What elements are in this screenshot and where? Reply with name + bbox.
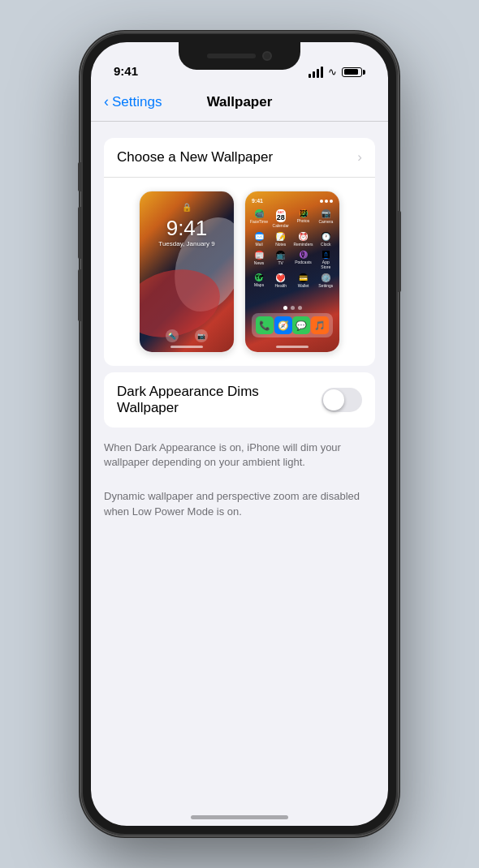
- status-icons: ∿: [309, 66, 365, 78]
- main-content: Choose a New Wallpaper › 🔒 9:41 Tuesday,…: [91, 122, 388, 826]
- app-appstore: 🅰 App Store: [317, 251, 334, 269]
- screen-content: 9:41 ∿: [91, 42, 388, 826]
- toggle-knob: [323, 389, 344, 410]
- page-title: Wallpaper: [207, 94, 273, 110]
- choose-wallpaper-card: Choose a New Wallpaper › 🔒 9:41 Tuesday,…: [104, 138, 375, 366]
- wallpaper-preview-container: 🔒 9:41 Tuesday, January 9 🔦 📷: [104, 178, 375, 366]
- homescreen-home-bar: [276, 346, 309, 348]
- back-chevron-icon: ‹: [104, 93, 109, 110]
- app-mail: ✉️ Mail: [250, 232, 268, 247]
- wifi-icon: ∿: [328, 66, 337, 78]
- chevron-right-icon: ›: [357, 149, 362, 165]
- page-dot-3: [298, 306, 302, 310]
- page-dot-1: [283, 306, 287, 310]
- phone-screen: 9:41 ∿: [91, 42, 388, 826]
- dark-appearance-info-text: When Dark Appearance is on, iPhone will …: [91, 434, 388, 473]
- flashlight-icon: 🔦: [166, 329, 179, 342]
- volume-down-button[interactable]: [78, 269, 81, 321]
- page-dots: [245, 306, 339, 310]
- app-reminders: ⏰ Reminders: [293, 232, 313, 247]
- homescreen-status-icons: [320, 198, 333, 204]
- app-news: 📰 News: [250, 251, 268, 269]
- lockscreen-time: 9:41 Tuesday, January 9: [140, 217, 234, 247]
- app-notes: 📝 Notes: [272, 232, 289, 247]
- app-podcasts: 🎙 Podcasts: [293, 251, 313, 269]
- mute-button[interactable]: [78, 162, 81, 191]
- lock-icon: 🔒: [140, 203, 234, 212]
- app-calendar: SAT 28 Calendar: [272, 209, 289, 228]
- dock-music: 🎵: [311, 316, 329, 334]
- battery-icon: [342, 67, 365, 77]
- app-maps: 🗺 Maps: [250, 273, 268, 288]
- volume-up-button[interactable]: [78, 207, 81, 259]
- back-label: Settings: [112, 94, 162, 110]
- dock-safari: 🧭: [274, 316, 292, 334]
- app-clock: 🕐 Clock: [317, 232, 334, 247]
- lockscreen-bottom-icons: 🔦 📷: [140, 329, 234, 342]
- homescreen-status-bar: 9:41: [245, 198, 339, 204]
- homescreen-preview[interactable]: 9:41 📹: [244, 191, 340, 353]
- page-dot-2: [291, 306, 295, 310]
- app-grid: 📹 FaceTime SAT 28 Calendar: [250, 209, 334, 288]
- signal-icon: [309, 67, 323, 78]
- dock-phone: 📞: [256, 316, 274, 334]
- speaker: [207, 54, 256, 58]
- dark-appearance-card: Dark Appearance Dims Wallpaper: [104, 372, 375, 428]
- navigation-bar: ‹ Settings Wallpaper: [91, 83, 388, 122]
- dark-appearance-toggle[interactable]: [321, 388, 362, 412]
- dark-appearance-label: Dark Appearance Dims Wallpaper: [117, 384, 312, 416]
- phone-frame: 9:41 ∿: [81, 32, 398, 836]
- choose-wallpaper-row[interactable]: Choose a New Wallpaper ›: [104, 138, 375, 178]
- power-button[interactable]: [398, 211, 401, 292]
- back-button[interactable]: ‹ Settings: [104, 94, 162, 110]
- dark-appearance-row: Dark Appearance Dims Wallpaper: [104, 372, 375, 428]
- app-health: ❤️ Health: [272, 273, 289, 288]
- choose-wallpaper-label: Choose a New Wallpaper: [117, 149, 273, 165]
- app-tv: 📺 TV: [272, 251, 289, 269]
- dock-bar: 📞 🧭 💬 🎵: [252, 313, 333, 337]
- lockscreen-preview[interactable]: 🔒 9:41 Tuesday, January 9 🔦 📷: [139, 191, 235, 353]
- front-camera: [262, 51, 272, 61]
- app-photos: 🖼 Photos: [293, 209, 313, 228]
- app-settings: ⚙️ Settings: [317, 273, 334, 288]
- camera-shortcut-icon: 📷: [195, 329, 208, 342]
- status-time: 9:41: [114, 64, 138, 78]
- lockscreen-home-bar: [170, 346, 203, 348]
- dock-messages: 💬: [292, 316, 310, 334]
- low-power-info-text: Dynamic wallpaper and perspective zoom a…: [91, 483, 388, 522]
- app-wallet: 💳 Wallet: [293, 273, 313, 288]
- app-camera: 📷 Camera: [317, 209, 334, 228]
- app-facetime: 📹 FaceTime: [250, 209, 268, 228]
- home-indicator[interactable]: [191, 815, 288, 819]
- notch: [179, 42, 300, 70]
